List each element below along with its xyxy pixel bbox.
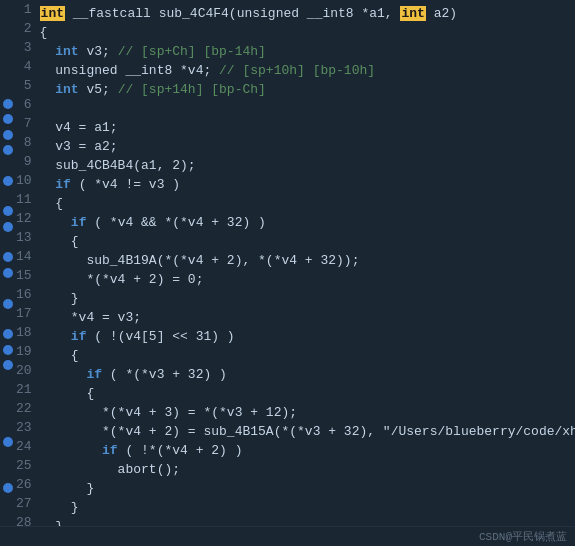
code-line: } bbox=[36, 479, 575, 498]
line-number: 25 bbox=[16, 456, 36, 475]
code-line: *v4 = v3; bbox=[36, 308, 575, 327]
breakpoint-slot[interactable] bbox=[0, 419, 16, 434]
breakpoint-slot[interactable] bbox=[0, 342, 16, 357]
code-lines: int __fastcall sub_4C4F4(unsigned __int8… bbox=[36, 0, 575, 526]
breakpoint-slot[interactable] bbox=[0, 65, 16, 80]
kw-token: if bbox=[55, 177, 71, 192]
line-number: 23 bbox=[16, 418, 36, 437]
breakpoint-slot[interactable] bbox=[0, 250, 16, 265]
line-number: 7 bbox=[16, 114, 36, 133]
line-number: 14 bbox=[16, 247, 36, 266]
breakpoint-slot[interactable] bbox=[0, 465, 16, 480]
line-number: 2 bbox=[16, 19, 36, 38]
comment-token: // [sp+Ch] [bp-14h] bbox=[118, 44, 266, 59]
code-line: int __fastcall sub_4C4F4(unsigned __int8… bbox=[36, 4, 575, 23]
breakpoint-slot[interactable] bbox=[0, 434, 16, 449]
comment-token: // [sp+10h] [bp-10h] bbox=[219, 63, 375, 78]
line-number: 10 bbox=[16, 171, 36, 190]
breakpoint-slot[interactable] bbox=[0, 81, 16, 96]
breakpoint-slot[interactable] bbox=[0, 158, 16, 173]
breakpoint-slot[interactable] bbox=[0, 496, 16, 511]
breakpoint-slot[interactable] bbox=[0, 311, 16, 326]
code-line: unsigned __int8 *v4; // [sp+10h] [bp-10h… bbox=[36, 61, 575, 80]
code-line: if ( !*(*v4 + 2) ) bbox=[36, 441, 575, 460]
breakpoint-slot[interactable] bbox=[0, 511, 16, 526]
kw-token: if bbox=[71, 329, 87, 344]
comment-token: // [sp+14h] [bp-Ch] bbox=[118, 82, 266, 97]
breakpoint-slot[interactable] bbox=[0, 327, 16, 342]
kw-highlight-token: int bbox=[400, 6, 425, 21]
code-line: { bbox=[36, 23, 575, 42]
line-number: 4 bbox=[16, 57, 36, 76]
code-line: { bbox=[36, 384, 575, 403]
breakpoint-slot[interactable] bbox=[0, 50, 16, 65]
code-line bbox=[36, 99, 575, 118]
breakpoint-slot[interactable] bbox=[0, 19, 16, 34]
breakpoint-slot[interactable] bbox=[0, 188, 16, 203]
code-line: { bbox=[36, 194, 575, 213]
breakpoint-slot[interactable] bbox=[0, 296, 16, 311]
code-line: if ( *v4 != v3 ) bbox=[36, 175, 575, 194]
breakpoint-dot bbox=[3, 145, 13, 155]
line-number: 6 bbox=[16, 95, 36, 114]
line-number: 1 bbox=[16, 0, 36, 19]
code-line: *(*v4 + 2) = 0; bbox=[36, 270, 575, 289]
code-line: } bbox=[36, 498, 575, 517]
breakpoint-slot[interactable] bbox=[0, 357, 16, 372]
breakpoint-dot bbox=[3, 130, 13, 140]
breakpoint-slot[interactable] bbox=[0, 403, 16, 418]
breakpoint-slot[interactable] bbox=[0, 4, 16, 19]
code-line: } bbox=[36, 289, 575, 308]
kw-token: if bbox=[102, 443, 118, 458]
breakpoint-dot bbox=[3, 483, 13, 493]
code-line: { bbox=[36, 232, 575, 251]
code-line: { bbox=[36, 346, 575, 365]
breakpoint-slot[interactable] bbox=[0, 96, 16, 111]
line-number: 16 bbox=[16, 285, 36, 304]
breakpoint-dot bbox=[3, 268, 13, 278]
breakpoint-slot[interactable] bbox=[0, 142, 16, 157]
breakpoint-dot bbox=[3, 176, 13, 186]
code-line: sub_4B19A(*(*v4 + 2), *(*v4 + 32)); bbox=[36, 251, 575, 270]
line-number: 11 bbox=[16, 190, 36, 209]
code-line: int v3; // [sp+Ch] [bp-14h] bbox=[36, 42, 575, 61]
code-line: } bbox=[36, 517, 575, 526]
code-line: if ( *(*v3 + 32) ) bbox=[36, 365, 575, 384]
line-number: 20 bbox=[16, 361, 36, 380]
breakpoint-slot[interactable] bbox=[0, 219, 16, 234]
breakpoint-slot[interactable] bbox=[0, 265, 16, 280]
code-area: 1234567891011121314151617181920212223242… bbox=[0, 0, 575, 526]
code-line: int v5; // [sp+14h] [bp-Ch] bbox=[36, 80, 575, 99]
breakpoint-slot[interactable] bbox=[0, 388, 16, 403]
line-number: 3 bbox=[16, 38, 36, 57]
code-line: sub_4CB4B4(a1, 2); bbox=[36, 156, 575, 175]
line-number: 19 bbox=[16, 342, 36, 361]
breakpoint-slot[interactable] bbox=[0, 234, 16, 249]
line-number: 8 bbox=[16, 133, 36, 152]
breakpoint-slot[interactable] bbox=[0, 449, 16, 464]
breakpoint-dot bbox=[3, 299, 13, 309]
code-line: if ( *v4 && *(*v4 + 32) ) bbox=[36, 213, 575, 232]
breakpoint-dot bbox=[3, 206, 13, 216]
breakpoint-dot bbox=[3, 329, 13, 339]
line-number: 12 bbox=[16, 209, 36, 228]
breakpoint-slot[interactable] bbox=[0, 204, 16, 219]
line-number: 24 bbox=[16, 437, 36, 456]
code-line: v3 = a2; bbox=[36, 137, 575, 156]
breakpoint-slot[interactable] bbox=[0, 127, 16, 142]
line-number: 27 bbox=[16, 494, 36, 513]
breakpoint-slot[interactable] bbox=[0, 280, 16, 295]
kw-highlight-token: int bbox=[40, 6, 65, 21]
line-number: 28 bbox=[16, 513, 36, 526]
code-line: if ( !(v4[5] << 31) ) bbox=[36, 327, 575, 346]
line-number: 5 bbox=[16, 76, 36, 95]
kw-token: int bbox=[55, 44, 78, 59]
breakpoint-slot[interactable] bbox=[0, 35, 16, 50]
breakpoint-slot[interactable] bbox=[0, 112, 16, 127]
breakpoint-slot[interactable] bbox=[0, 173, 16, 188]
line-number: 26 bbox=[16, 475, 36, 494]
breakpoint-slot[interactable] bbox=[0, 480, 16, 495]
line-number: 15 bbox=[16, 266, 36, 285]
breakpoint-dot bbox=[3, 114, 13, 124]
breakpoint-slot[interactable] bbox=[0, 373, 16, 388]
